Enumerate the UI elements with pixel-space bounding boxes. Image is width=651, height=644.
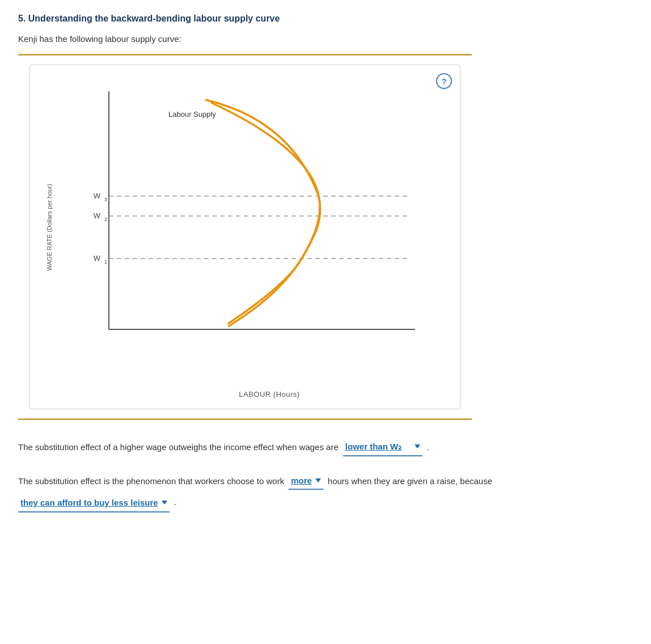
q1-dropdown[interactable]: lower than W₂ bbox=[343, 438, 422, 456]
svg-text:2: 2 bbox=[104, 217, 107, 222]
chart-area: WAGE RATE (Dollars per hour) W 3 W 2 W 1 bbox=[39, 80, 451, 375]
qa-section: The substitution effect of a higher wage… bbox=[18, 438, 633, 512]
q2-dropdown2-text: they can afford to buy less leisure bbox=[20, 495, 158, 510]
q2-text-before: The substitution effect is the phenomeno… bbox=[18, 474, 284, 489]
svg-text:W: W bbox=[94, 211, 101, 220]
q2-text-middle: hours when they are given a raise, becau… bbox=[328, 474, 492, 489]
q2-dropdown1-arrow-icon bbox=[315, 478, 321, 482]
y-axis-label: WAGE RATE (Dollars per hour) bbox=[46, 184, 53, 270]
labour-supply-chart: W 3 W 2 W 1 Labour Supply bbox=[67, 86, 445, 363]
q1-text-before: The substitution effect of a higher wage… bbox=[18, 440, 339, 455]
svg-text:W: W bbox=[94, 254, 101, 262]
svg-text:1: 1 bbox=[104, 259, 107, 265]
q1-text-after: . bbox=[427, 440, 429, 455]
x-axis-label: LABOUR (Hours) bbox=[239, 390, 299, 399]
svg-text:W: W bbox=[94, 192, 101, 200]
intro-text: Kenji has the following labour supply cu… bbox=[18, 34, 633, 44]
chart-container: ? WAGE RATE (Dollars per hour) W 3 W 2 bbox=[29, 65, 460, 409]
question-1-line: The substitution effect of a higher wage… bbox=[18, 438, 633, 456]
svg-text:Labour Supply: Labour Supply bbox=[168, 110, 216, 118]
svg-text:3: 3 bbox=[104, 197, 107, 202]
question-title: 5. Understanding the backward-bending la… bbox=[18, 14, 633, 24]
q2-dropdown1-text: more bbox=[291, 473, 312, 488]
question-2-line: The substitution effect is the phenomeno… bbox=[18, 472, 633, 512]
chart-outer: ? WAGE RATE (Dollars per hour) W 3 W 2 bbox=[18, 54, 472, 420]
q2-text-after: . bbox=[174, 495, 176, 510]
q2-dropdown1[interactable]: more bbox=[289, 472, 323, 490]
q2-dropdown2[interactable]: they can afford to buy less leisure bbox=[18, 494, 170, 512]
q1-dropdown-text: lower than W₂ bbox=[345, 439, 401, 454]
q1-dropdown-arrow-icon bbox=[415, 444, 420, 448]
q2-dropdown2-arrow-icon bbox=[162, 501, 167, 505]
